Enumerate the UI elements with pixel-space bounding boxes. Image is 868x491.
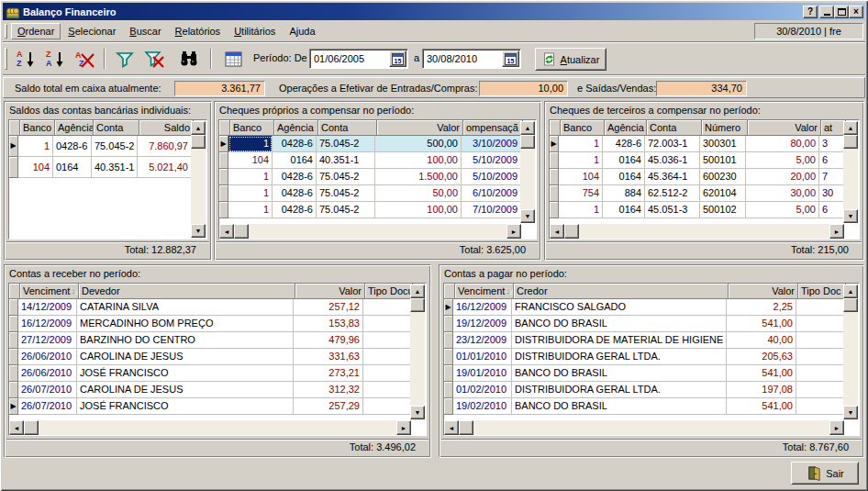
cell[interactable]: 0164 (53, 157, 92, 178)
column-header[interactable]: Agência (55, 120, 94, 136)
column-header[interactable]: at (821, 120, 846, 136)
column-header[interactable]: Agência (274, 120, 318, 136)
row-indicator[interactable] (219, 152, 228, 169)
vertical-scrollbar[interactable]: ▲▼ (843, 121, 858, 223)
scroll-down-button[interactable]: ▼ (843, 209, 858, 223)
row-indicator[interactable] (444, 332, 453, 349)
scroll-up-button[interactable]: ▲ (843, 121, 858, 135)
cell[interactable]: 27/12/2009 (18, 332, 77, 349)
cell[interactable]: 273,21 (294, 365, 363, 382)
cell[interactable]: 2,25 (727, 299, 796, 316)
row-indicator[interactable] (550, 202, 559, 218)
row-indicator[interactable]: ▶ (9, 398, 18, 415)
column-header[interactable]: Venciment1 (20, 284, 79, 299)
scroll-right-button[interactable]: ► (829, 420, 844, 435)
cell[interactable]: 45.036-1 (645, 152, 700, 169)
table-row[interactable]: 10428-675.045-250,006/10/2009 (219, 185, 521, 202)
cell[interactable]: 16/12/2009 (453, 299, 512, 316)
cell[interactable]: DISTRIBUIDORA DE MATERIAL DE HIGIENE PES… (512, 332, 727, 349)
date-to-calendar-button[interactable]: 15 (502, 50, 519, 67)
scroll-down-button[interactable]: ▼ (191, 224, 206, 238)
cell[interactable]: 50,00 (375, 185, 462, 202)
table-row[interactable]: 26/06/2010CAROLINA DE JESUS331,63 (9, 349, 411, 365)
vertical-scrollbar[interactable]: ▲▼ (410, 285, 425, 419)
cell[interactable]: 7 (819, 169, 844, 185)
column-header[interactable]: Conta (318, 120, 377, 136)
cell[interactable]: 0428-6 (273, 185, 317, 202)
cell[interactable]: 541,00 (727, 365, 796, 382)
cell[interactable]: 1 (228, 202, 273, 218)
cell[interactable]: 01/02/2010 (453, 382, 512, 398)
column-header[interactable]: Tipo Doc (798, 284, 846, 299)
cell[interactable]: 5/10/2009 (462, 152, 521, 169)
cell[interactable] (363, 398, 411, 415)
cell[interactable]: 14/12/2009 (18, 299, 77, 316)
cell[interactable] (363, 349, 411, 365)
column-header[interactable]: Conta (94, 120, 139, 136)
cell[interactable] (363, 382, 411, 398)
scroll-up-button[interactable]: ▲ (843, 285, 858, 298)
vertical-scroll-thumb[interactable] (843, 298, 858, 312)
row-indicator[interactable] (9, 382, 18, 398)
sort-descending-button[interactable]: Z A (43, 47, 67, 71)
scroll-right-button[interactable]: ► (396, 420, 411, 435)
scroll-left-button[interactable]: ◄ (219, 224, 234, 239)
cell[interactable]: 500102 (700, 202, 746, 218)
column-header[interactable]: Banco (20, 120, 55, 136)
vertical-scroll-track[interactable] (843, 135, 858, 209)
cell[interactable] (796, 382, 844, 398)
row-indicator[interactable] (219, 185, 228, 202)
cell[interactable]: 1 (559, 136, 603, 152)
column-header[interactable]: Valor (377, 120, 463, 136)
cell[interactable]: 100,00 (375, 152, 462, 169)
row-indicator[interactable]: ▶ (219, 136, 228, 152)
row-indicator[interactable] (9, 157, 18, 178)
row-indicator[interactable] (444, 382, 453, 398)
cell[interactable]: 0428-6 (273, 169, 317, 185)
row-indicator[interactable] (550, 185, 559, 202)
row-indicator[interactable] (550, 169, 559, 185)
table-row[interactable]: 14/12/2009CATARINA SILVA257,12 (9, 299, 411, 316)
cell[interactable]: BANCO DO BRASIL (512, 316, 727, 332)
cell[interactable]: 72.003-1 (645, 136, 700, 152)
table-row[interactable]: ▶10428-675.045-27.860,97 (9, 136, 192, 157)
vertical-scroll-thumb[interactable] (843, 135, 858, 149)
date-from-calendar-button[interactable]: 15 (389, 50, 406, 67)
cell[interactable]: 7.860,97 (138, 136, 192, 157)
cell[interactable]: 75.045-2 (317, 169, 375, 185)
column-header[interactable]: Banco (561, 120, 605, 136)
scroll-down-button[interactable]: ▼ (410, 406, 425, 419)
date-to-field[interactable]: 30/08/2010 15 (422, 49, 521, 69)
table-row[interactable]: 19/01/2010BANCO DO BRASIL541,00 (444, 365, 844, 382)
menu-item-ajuda[interactable]: Ajuda (283, 23, 321, 39)
table-row[interactable]: 104016445.364-160023020,007 (550, 169, 844, 185)
table-row[interactable]: ▶26/07/2010JOSÉ FRANCISCO257,29 (9, 398, 411, 415)
search-button[interactable] (177, 47, 201, 71)
menu-item-utilitários[interactable]: Utilitários (228, 23, 282, 39)
column-header[interactable]: Banco (230, 120, 274, 136)
maximize-button[interactable] (834, 6, 849, 18)
cell[interactable]: 500,00 (375, 136, 462, 152)
cell[interactable]: 26/07/2010 (18, 382, 77, 398)
cell[interactable]: 257,12 (294, 299, 363, 316)
table-row[interactable]: 01/01/2010DISTRIBUIDORA GERAL LTDA.205,6… (444, 349, 844, 365)
vertical-scrollbar[interactable]: ▲▼ (843, 285, 858, 419)
cell[interactable]: BARZINHO DO CENTRO (77, 332, 294, 349)
row-indicator[interactable] (444, 398, 453, 415)
cell[interactable]: 300301 (700, 136, 746, 152)
cell[interactable]: MERCADINHO BOM PREÇO (77, 316, 294, 332)
table-row[interactable]: 10428-675.045-21.500,005/10/2009 (219, 169, 521, 185)
toolbar-gripper[interactable] (5, 48, 7, 70)
date-from-field[interactable]: 01/06/2005 15 (309, 49, 408, 69)
table-row[interactable]: 26/07/2010CAROLINA DE JESUS312,32 (9, 382, 411, 398)
cell[interactable]: 620104 (700, 185, 746, 202)
cell[interactable]: 40.351-1 (92, 157, 138, 178)
cell[interactable]: FRANCISCO SALGADO (512, 299, 727, 316)
scroll-left-button[interactable]: ◄ (444, 420, 459, 435)
cell[interactable]: 0428-6 (273, 202, 317, 218)
horizontal-scroll-track[interactable] (234, 224, 506, 239)
cell[interactable]: 5.021,40 (138, 157, 192, 178)
cell[interactable]: 01/01/2010 (453, 349, 512, 365)
cell[interactable]: 20,00 (746, 169, 819, 185)
cell[interactable]: 0164 (603, 202, 645, 218)
